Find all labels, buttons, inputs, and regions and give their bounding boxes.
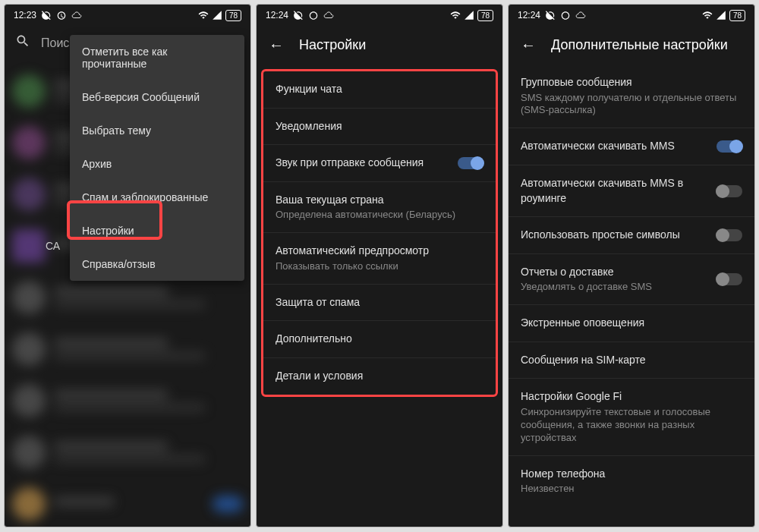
send-sound-toggle[interactable] [458,157,483,169]
battery-indicator: 78 [477,10,493,21]
settings-google-fi[interactable]: Настройки Google Fi Синхронизируйте текс… [509,379,754,455]
settings-list-highlighted: Функции чата Уведомления Звук при отправ… [261,69,498,397]
phone-screen-2: 12:24 78 ← Настройки Функции чата Уведом… [256,4,503,527]
cloud-icon [71,10,82,20]
menu-spam-blocked[interactable]: Спам и заблокированные [70,181,244,214]
settings-delivery-reports[interactable]: Отчеты о доставке Уведомлять о доставке … [509,254,754,305]
back-arrow-icon[interactable]: ← [269,36,284,54]
status-bar: 12:23 78 [5,5,250,26]
wifi-icon [702,10,713,20]
battery-indicator: 78 [225,10,241,21]
settings-advanced[interactable]: Дополнительно [263,321,496,358]
signal-icon [464,10,474,20]
advanced-settings-list: Групповые сообщения SMS каждому получате… [509,65,754,506]
back-arrow-icon[interactable]: ← [521,36,536,54]
settings-auto-preview[interactable]: Автоматический предпросмотр Показывать т… [263,233,496,284]
settings-group-messages[interactable]: Групповые сообщения SMS каждому получате… [509,65,754,128]
auto-mms-roaming-toggle[interactable] [716,185,742,197]
alarm-off-icon [41,10,52,20]
header: ← Настройки [257,26,502,65]
phone-screen-1: 12:23 78 Поис [4,4,251,527]
menu-help-feedback[interactable]: Справка/отзыв [70,247,244,281]
status-time: 12:23 [14,10,36,20]
settings-auto-mms-roaming[interactable]: Автоматически скачивать MMS в роуминге [509,165,754,217]
phone-screen-3: 12:24 78 ← Дополнительные настройки Груп… [508,4,755,527]
simple-chars-toggle[interactable] [716,229,742,241]
cloud-icon [575,10,586,20]
signal-icon [212,10,222,20]
menu-archive[interactable]: Архив [70,147,244,181]
delivery-reports-toggle[interactable] [716,273,742,285]
settings-chat-features[interactable]: Функции чата [263,71,496,109]
wifi-icon [450,10,461,20]
page-title: Настройки [299,37,366,53]
alarm-icon [560,10,571,20]
menu-choose-theme[interactable]: Выбрать тему [70,114,244,147]
alarm-icon [308,10,319,20]
settings-details[interactable]: Детали и условия [263,358,496,395]
status-time: 12:24 [518,10,540,20]
settings-spam-protection[interactable]: Защита от спама [263,285,496,322]
status-time: 12:24 [266,10,288,20]
page-title: Дополнительные настройки [551,37,728,53]
settings-send-sound[interactable]: Звук при отправке сообщения [263,145,496,182]
alarm-off-icon [293,10,304,20]
search-icon [15,33,30,52]
battery-indicator: 78 [729,10,745,21]
settings-phone-number[interactable]: Номер телефона Неизвестен [509,456,754,506]
settings-emergency-alerts[interactable]: Экстренные оповещения [509,305,754,342]
settings-simple-chars[interactable]: Использовать простые символы [509,217,754,254]
status-bar: 12:24 78 [257,5,502,26]
menu-mark-all-read[interactable]: Отметить все как прочитанные [70,35,244,80]
menu-settings[interactable]: Настройки [70,214,244,247]
cloud-icon [323,10,334,20]
signal-icon [716,10,726,20]
wifi-icon [198,10,209,20]
header: ← Дополнительные настройки [509,26,754,65]
search-placeholder: Поис [41,36,69,50]
settings-country[interactable]: Ваша текущая страна Определена автоматич… [263,182,496,233]
alarm-off-icon [545,10,556,20]
settings-sim-messages[interactable]: Сообщения на SIM-карте [509,342,754,379]
auto-mms-toggle[interactable] [716,140,742,153]
partial-chat-text: СА [46,240,60,252]
status-bar: 12:24 78 [509,5,754,26]
alarm-icon [56,10,67,20]
settings-auto-mms[interactable]: Автоматически скачивать MMS [509,128,754,165]
settings-notifications[interactable]: Уведомления [263,109,496,146]
overflow-menu: Отметить все как прочитанные Веб-версия … [70,35,244,281]
menu-web-version[interactable]: Веб-версия Сообщений [70,80,244,114]
